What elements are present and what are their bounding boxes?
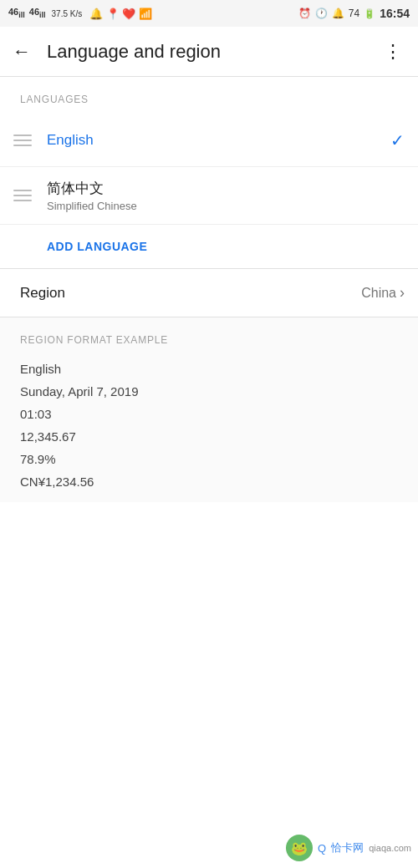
- more-options-button[interactable]: ⋮: [375, 33, 411, 70]
- app-bar: ← Language and region ⋮: [0, 27, 418, 77]
- battery-icon: 🔋: [364, 8, 375, 19]
- drag-line: [13, 195, 32, 196]
- format-section-label: REGION FORMAT EXAMPLE: [20, 334, 398, 346]
- language-info-english: English: [47, 132, 384, 149]
- format-example-date: Sunday, April 7, 2019: [20, 382, 398, 402]
- page-title: Language and region: [40, 41, 375, 63]
- watermark-label: 恰卡网: [331, 840, 364, 855]
- status-bar: 46ill 46ill 37.5 K/s 🔔 📍 ❤️ 📶 ⏰ 🕐 🔔 74 🔋…: [0, 0, 418, 27]
- status-right: ⏰ 🕐 🔔 74 🔋 16:54: [298, 7, 410, 20]
- watermark-q: Q: [318, 842, 326, 855]
- time: 16:54: [380, 7, 410, 20]
- language-name-english: English: [47, 132, 384, 149]
- drag-line: [13, 145, 32, 146]
- language-info-chinese: 简体中文 Simplified Chinese: [47, 179, 405, 212]
- back-icon: ←: [13, 41, 31, 63]
- region-label: Region: [20, 285, 361, 302]
- drag-handle-chinese[interactable]: [13, 190, 32, 201]
- region-format-section: REGION FORMAT EXAMPLE English Sunday, Ap…: [0, 317, 418, 502]
- status-left: 46ill 46ill 37.5 K/s 🔔 📍 ❤️ 📶: [8, 7, 152, 19]
- watermark-icon: 🐸: [286, 835, 313, 861]
- drag-handle-english[interactable]: [13, 135, 32, 146]
- drag-line: [13, 190, 32, 191]
- format-example-percent: 78.9%: [20, 449, 398, 470]
- format-example-time: 01:03: [20, 404, 398, 424]
- watermark: 🐸 Q 恰卡网 qiaqa.com: [286, 835, 411, 861]
- format-example-number: 12,345.67: [20, 427, 398, 447]
- chevron-right-icon: ›: [400, 284, 405, 302]
- language-subname-chinese: Simplified Chinese: [47, 200, 405, 212]
- languages-section-label: LANGUAGES: [0, 77, 418, 114]
- alarm-icon: ⏰: [298, 8, 311, 19]
- more-icon: ⋮: [384, 41, 403, 63]
- region-row[interactable]: Region China ›: [0, 269, 418, 317]
- format-example-currency: CN¥1,234.56: [20, 472, 398, 492]
- format-example-language: English: [20, 359, 398, 379]
- clock-icon: 🕐: [315, 8, 328, 19]
- language-name-chinese: 简体中文: [47, 179, 405, 198]
- back-button[interactable]: ←: [3, 33, 40, 70]
- drag-line: [13, 140, 32, 141]
- language-item-english[interactable]: English ✓: [0, 114, 418, 167]
- drag-line: [13, 200, 32, 201]
- volume-icon: 🔔: [332, 8, 344, 19]
- add-language-button[interactable]: ADD LANGUAGE: [0, 225, 418, 269]
- region-value: China: [361, 286, 396, 301]
- drag-line: [13, 135, 32, 136]
- languages-section: LANGUAGES English ✓ 简体中文 Simplified Chin…: [0, 77, 418, 269]
- battery-text: 74: [349, 8, 359, 19]
- format-examples: English Sunday, April 7, 2019 01:03 12,3…: [20, 359, 398, 492]
- language-item-chinese[interactable]: 简体中文 Simplified Chinese: [0, 167, 418, 225]
- active-checkmark: ✓: [390, 130, 405, 150]
- signal-text2: 46ill: [29, 7, 46, 19]
- watermark-url: qiaqa.com: [369, 843, 411, 853]
- notification-icons: 🔔 📍 ❤️ 📶: [89, 8, 152, 20]
- signal-text: 46ill: [8, 7, 25, 19]
- speed-text: 37.5 K/s: [52, 9, 83, 18]
